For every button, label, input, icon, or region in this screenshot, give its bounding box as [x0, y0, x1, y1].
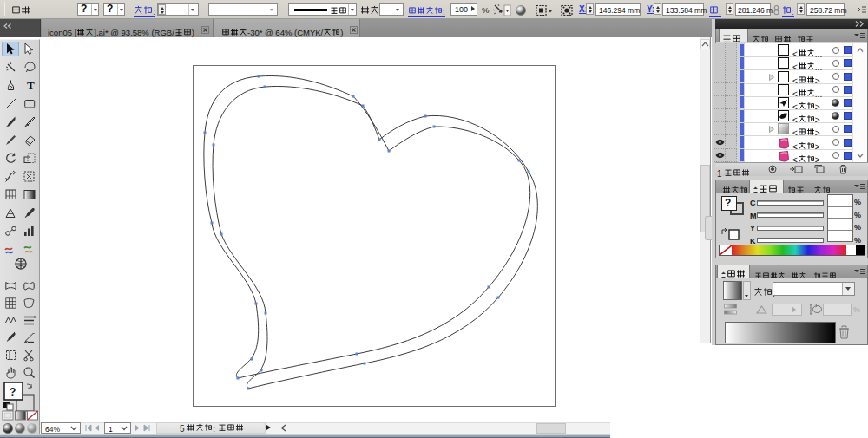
svg-text:T: T [27, 79, 35, 92]
svg-text:?: ? [10, 386, 16, 398]
